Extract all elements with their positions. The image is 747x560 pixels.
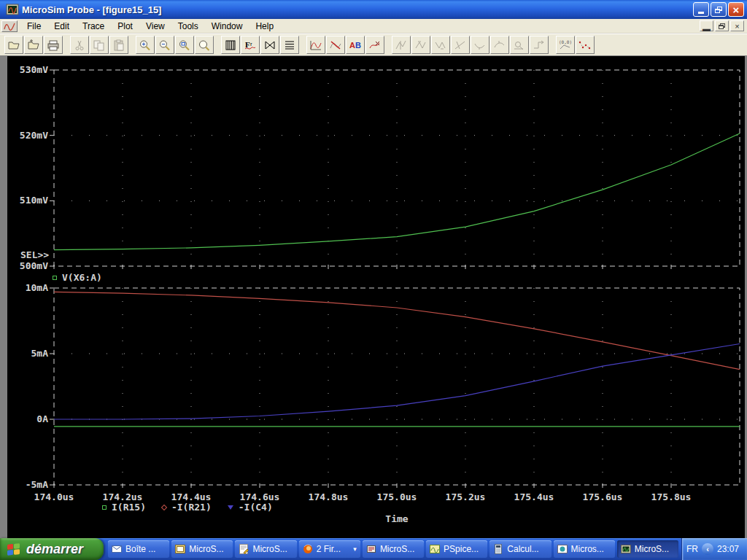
minimize-button[interactable] [693, 2, 709, 17]
svg-text:(0,0): (0,0) [559, 39, 572, 44]
probe-icon [621, 544, 631, 554]
trace--I(C4)[interactable] [54, 344, 740, 420]
y-axis-icon [283, 39, 296, 51]
y-axis-settings-button[interactable] [280, 36, 299, 54]
menu-item-plot[interactable]: Plot [111, 20, 139, 33]
zoom-area-button[interactable] [175, 36, 194, 54]
cut-icon [73, 39, 86, 51]
menu-item-view[interactable]: View [139, 20, 171, 33]
task-button[interactable]: Micros... [554, 540, 615, 558]
task-button-label: MicroS... [380, 544, 414, 554]
zoom-in-button[interactable] [136, 36, 155, 54]
x-tick-label: 174.8us [303, 491, 354, 502]
paste-button [109, 36, 128, 54]
zoom-fit-icon [198, 39, 211, 51]
x-axis-settings-button[interactable] [260, 36, 279, 54]
y-tick-label: 5mA [7, 348, 48, 359]
x-tick-label: 174.2us [97, 491, 148, 502]
media-icon [557, 544, 568, 554]
clock: 23:07 [717, 544, 739, 554]
plot-columns-button[interactable] [221, 36, 240, 54]
fourier-button[interactable]: Fr [241, 36, 260, 54]
mdi-minimize-icon: ▬ [703, 24, 711, 33]
svg-text:r: r [250, 41, 252, 47]
task-dropdown-icon[interactable]: ▾ [353, 545, 357, 553]
menu-item-tools[interactable]: Tools [171, 20, 205, 33]
mark-point-icon: (0,0) [559, 39, 572, 51]
open-append-button[interactable] [24, 36, 43, 54]
menu-item-trace[interactable]: Trace [76, 20, 111, 33]
print-button[interactable] [44, 36, 63, 54]
cursor-toggle-icon [395, 39, 408, 51]
task-button[interactable]: 2 Fir...▾ [299, 540, 360, 558]
task-button[interactable]: PSpice... [426, 540, 487, 558]
window-title: MicroSim Probe - [figure15_15] [22, 4, 692, 15]
legend-label: I(R15) [112, 502, 146, 513]
open-icon [7, 39, 20, 51]
eval-goal-function-button[interactable]: AB [346, 36, 365, 54]
menu-item-file[interactable]: File [20, 20, 47, 33]
add-trace-button[interactable] [306, 36, 325, 54]
mark-data-points-button[interactable] [576, 36, 595, 54]
cursor-peak-icon [414, 39, 427, 51]
y-tick-label: 10mA [7, 282, 48, 293]
cursor-next-icon [533, 39, 546, 51]
menu-item-window[interactable]: Window [205, 20, 249, 33]
open-button[interactable] [4, 36, 23, 54]
plot-canvas[interactable] [7, 56, 745, 538]
close-button[interactable]: × [728, 2, 744, 17]
y-tick-label: 0A [7, 413, 48, 424]
task-button[interactable]: MicroS... [363, 540, 424, 558]
firefox-icon [303, 544, 313, 554]
trace--I(R21)[interactable] [54, 292, 740, 369]
legend-item[interactable]: V(X6:A) [53, 272, 102, 283]
task-button[interactable]: MicroS... [617, 540, 678, 558]
open-append-icon [27, 39, 40, 51]
zoom-out-icon [158, 39, 171, 51]
app-icon [6, 4, 19, 15]
calculator-icon [493, 544, 503, 554]
zoom-out-button[interactable] [155, 36, 174, 54]
delete-trace-button[interactable] [326, 36, 345, 54]
system-tray: FR ‹ 23:07 [681, 538, 747, 560]
title-bar[interactable]: MicroSim Probe - [figure15_15] × [0, 0, 747, 19]
x-tick-label: 175.6us [577, 491, 628, 502]
svg-text:A: A [349, 41, 355, 50]
language-indicator[interactable]: FR [686, 544, 698, 554]
task-button[interactable]: Boîte ... [108, 540, 169, 558]
x-tick-label: 174.0us [28, 491, 80, 502]
mdi-restore-button[interactable] [715, 20, 729, 31]
legend-item[interactable]: -I(C4) [228, 502, 273, 513]
y-tick-label: 500mV [7, 260, 48, 271]
tray-chevron-icon[interactable]: ‹ [702, 543, 713, 555]
legend-bottom: I(R15) -I(R21) -I(C4) [102, 502, 285, 513]
mark-point-button[interactable]: (0,0) [556, 36, 575, 54]
task-button[interactable]: Calcul... [489, 540, 551, 558]
legend-item[interactable]: -I(R21) [162, 502, 212, 513]
x-tick-label: 175.0us [371, 491, 422, 502]
mdi-restore-icon [719, 23, 725, 29]
mdi-minimize-button[interactable]: ▬ [700, 20, 713, 31]
task-button[interactable]: MicroS... [171, 540, 233, 558]
legend-item[interactable]: I(R15) [102, 502, 146, 513]
probe-client-area: 530mV520mV510mV500mV10mA5mA0A-5mA174.0us… [0, 56, 747, 538]
task-button-label: MicroS... [189, 544, 223, 554]
start-button[interactable]: démarrer [0, 538, 104, 560]
copy-icon [93, 39, 106, 51]
x-axis-title: Time [353, 513, 441, 524]
schematics-icon [175, 544, 185, 554]
triangle-marker-icon [228, 505, 233, 510]
menu-item-edit[interactable]: Edit [47, 20, 76, 33]
trace-V(X6:A)[interactable] [54, 133, 740, 250]
legend-label: V(X6:A) [62, 272, 102, 283]
restore-button[interactable] [711, 2, 727, 17]
mark-trace-button[interactable] [365, 36, 384, 54]
menu-item-help[interactable]: Help [249, 20, 280, 33]
mdi-system-menu-button[interactable] [1, 20, 18, 32]
task-button[interactable]: MicroS... [235, 540, 296, 558]
taskbar: démarrer Boîte ...MicroS...MicroS...2 Fi… [0, 538, 747, 560]
mdi-close-button[interactable]: × [730, 20, 744, 31]
zoom-fit-button[interactable] [195, 36, 214, 54]
square-marker-icon [102, 505, 107, 510]
probe-document-icon [4, 22, 15, 31]
